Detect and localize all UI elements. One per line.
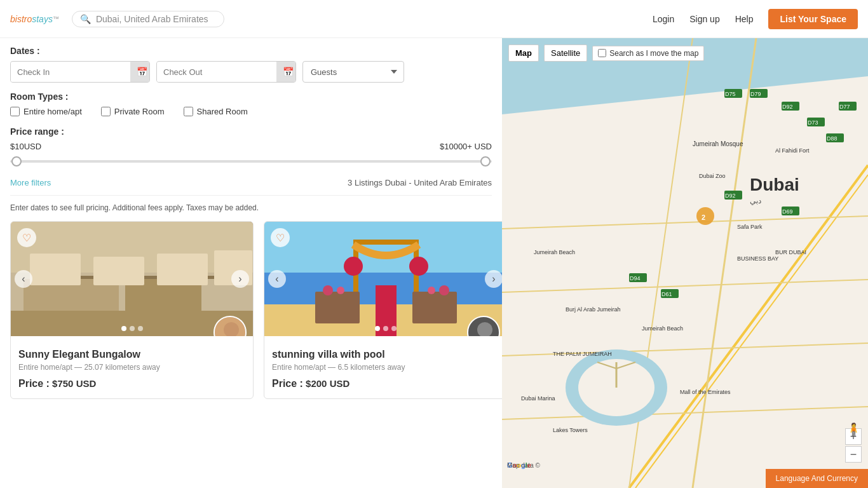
listing-2-image: ♡ ‹ › xyxy=(264,222,502,336)
header: bistrostays™ 🔍 Dubai, United Arab Emirat… xyxy=(0,0,868,38)
dot-2-3 xyxy=(391,326,397,331)
checkbox-entire[interactable] xyxy=(10,107,20,116)
svg-text:Jumeirah Beach: Jumeirah Beach xyxy=(534,249,575,255)
listing-1-subtitle: Entire home/apt — 25.07 kilometers away xyxy=(18,363,245,372)
listing-1-title: Sunny Elegant Bungalow xyxy=(18,349,245,360)
listing-1-svg xyxy=(11,222,253,336)
svg-text:2: 2 xyxy=(702,214,705,221)
listing-1-next-button[interactable]: › xyxy=(231,270,249,288)
search-as-move-checkbox[interactable] xyxy=(598,49,606,57)
listing-1-price-value: $750 USD xyxy=(52,378,96,389)
map-type-satellite-button[interactable]: Satellite xyxy=(544,44,587,62)
search-bar[interactable]: 🔍 Dubai, United Arab Emirates xyxy=(72,11,224,27)
dates-label: Dates : xyxy=(10,46,492,56)
guests-select[interactable]: Guests 1 Guest 2 Guests 3 Guests xyxy=(302,61,404,83)
listing-2-price-label: Price : xyxy=(272,378,303,389)
pegman-icon[interactable]: 🧍 xyxy=(846,422,862,437)
zoom-out-button[interactable]: − xyxy=(845,446,862,463)
help-link[interactable]: Help xyxy=(735,14,754,24)
listing-1-photo xyxy=(11,222,253,336)
svg-text:Safa Park: Safa Park xyxy=(737,224,763,230)
svg-text:D69: D69 xyxy=(782,208,793,215)
search-move-text: Search as I move the map xyxy=(609,49,698,58)
listing-2-heart-button[interactable]: ♡ xyxy=(271,228,290,247)
svg-text:Lakes Towers: Lakes Towers xyxy=(553,427,588,433)
svg-text:دبي: دبي xyxy=(750,196,761,205)
logo-bistro-text: bistro xyxy=(10,14,32,24)
checkbox-private[interactable] xyxy=(101,107,111,116)
svg-text:BUR DUBAI: BUR DUBAI xyxy=(775,249,806,255)
dot-2-2 xyxy=(383,326,388,331)
listing-2-prev-button[interactable]: ‹ xyxy=(268,270,286,288)
logo: bistrostays™ xyxy=(10,14,59,24)
room-type-shared-label: Shared Room xyxy=(197,107,248,116)
price-range-label: Price range : xyxy=(10,126,492,137)
search-move-label[interactable]: Search as I move the map xyxy=(592,46,704,61)
header-nav: Login Sign up Help List Your Space xyxy=(653,9,858,29)
svg-rect-18 xyxy=(353,240,419,245)
map-panel[interactable]: Map Satellite Search as I move the map xyxy=(502,38,868,488)
svg-point-26 xyxy=(337,287,344,294)
svg-rect-23 xyxy=(412,292,457,323)
svg-text:Dubai Zoo: Dubai Zoo xyxy=(699,173,726,179)
listing-1-info: Sunny Elegant Bungalow Entire home/apt —… xyxy=(11,336,253,398)
svg-text:Jumeirah Beach: Jumeirah Beach xyxy=(642,325,683,332)
listing-1-prev-button[interactable]: ‹ xyxy=(15,270,32,288)
svg-text:D77: D77 xyxy=(839,104,850,110)
listing-card-1: ♡ ‹ › xyxy=(10,221,254,399)
dates-row: 📅 📅 Guests 1 Guest 2 Guests 3 Guests xyxy=(10,61,492,83)
filters-row: More filters 3 Listings Dubai - United A… xyxy=(10,178,492,196)
main-container: Dates : 📅 📅 Guests 1 Guest 2 Guests 3 Gu… xyxy=(0,38,868,488)
check-out-calendar-icon[interactable]: 📅 xyxy=(276,62,296,82)
logo-stays-text: stays xyxy=(32,14,53,24)
listing-1-dots xyxy=(121,326,143,331)
signup-link[interactable]: Sign up xyxy=(689,14,719,24)
svg-text:D61: D61 xyxy=(661,291,672,297)
dubai-map-svg: Dubai دبي Jumeirah Mosque Dubai Zoo Jume… xyxy=(502,38,868,488)
svg-text:D79: D79 xyxy=(750,91,761,97)
room-types-row: Entire home/apt Private Room Shared Room xyxy=(10,107,492,116)
listing-2-title: stunning villa with pool xyxy=(272,349,499,360)
checkbox-shared[interactable] xyxy=(184,107,193,116)
list-your-space-button[interactable]: List Your Space xyxy=(768,9,858,29)
svg-point-20 xyxy=(409,257,428,276)
room-type-entire-label: Entire home/apt xyxy=(24,107,82,116)
svg-text:Dubai: Dubai xyxy=(750,175,799,194)
slider-thumb-left[interactable] xyxy=(11,156,22,166)
svg-point-19 xyxy=(344,257,363,276)
svg-point-24 xyxy=(323,285,333,295)
dot-3 xyxy=(138,326,143,331)
login-link[interactable]: Login xyxy=(653,14,674,24)
map-type-map-button[interactable]: Map xyxy=(508,44,539,62)
svg-rect-8 xyxy=(157,254,208,285)
more-filters-link[interactable]: More filters xyxy=(10,178,51,187)
room-type-private-label: Private Room xyxy=(114,107,165,116)
svg-text:D73: D73 xyxy=(808,119,818,126)
listing-2-photo xyxy=(264,222,502,336)
room-types-label: Room Types : xyxy=(10,92,492,102)
check-in-input[interactable] xyxy=(11,62,130,82)
check-in-wrap: 📅 xyxy=(10,61,150,83)
check-out-input[interactable] xyxy=(157,62,276,82)
search-icon: 🔍 xyxy=(80,14,91,24)
check-in-calendar-icon[interactable]: 📅 xyxy=(130,62,150,82)
svg-text:Jumeirah Mosque: Jumeirah Mosque xyxy=(693,140,743,147)
language-currency-button[interactable]: Language And Currency xyxy=(766,469,868,488)
dot-1 xyxy=(121,326,126,331)
svg-point-25 xyxy=(439,285,449,295)
svg-text:D94: D94 xyxy=(630,275,641,281)
room-type-private[interactable]: Private Room xyxy=(101,107,165,116)
room-type-entire[interactable]: Entire home/apt xyxy=(10,107,82,116)
listing-2-price-value: $200 USD xyxy=(306,378,349,389)
listing-2-next-button[interactable]: › xyxy=(485,270,502,288)
price-labels: $10USD $10000+ USD xyxy=(10,142,492,151)
search-location-text: Dubai, United Arab Emirates xyxy=(96,14,208,24)
listing-1-heart-button[interactable]: ♡ xyxy=(17,228,36,247)
pricing-note: Enter dates to see full pricing. Additio… xyxy=(10,203,492,212)
listing-2-price: Price : $200 USD xyxy=(272,378,499,390)
room-type-shared[interactable]: Shared Room xyxy=(184,107,248,116)
svg-text:D88: D88 xyxy=(827,135,837,142)
slider-thumb-right[interactable] xyxy=(480,156,491,166)
listing-2-info: stunning villa with pool Entire home/apt… xyxy=(264,336,502,398)
left-panel: Dates : 📅 📅 Guests 1 Guest 2 Guests 3 Gu… xyxy=(0,38,502,488)
